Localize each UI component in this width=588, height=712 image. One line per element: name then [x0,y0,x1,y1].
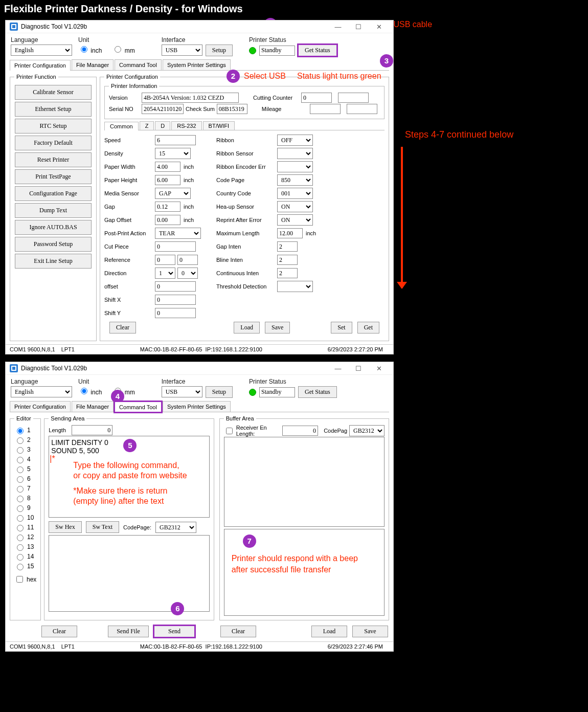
gapinten-input[interactable] [277,241,298,252]
rtc-setup-button[interactable]: RTC Setup [15,119,92,134]
diry-select[interactable]: 0 [177,268,198,279]
ribbonencoder-select[interactable] [277,161,313,172]
itab-rs232[interactable]: RS-232 [171,121,201,130]
tab-command-tool[interactable]: Command Tool [115,402,162,412]
hex-checkbox[interactable] [16,576,23,583]
codepage-select[interactable]: 850 [277,174,313,186]
mediasensor-select[interactable]: GAP [155,188,191,199]
refy-input[interactable] [177,255,198,265]
ribbonsensor-select[interactable] [277,148,313,159]
buffer-upper[interactable] [224,437,385,527]
itab-btwifi[interactable]: BT/WIFI [203,121,235,130]
editor-radio-3[interactable] [17,447,24,454]
set-button[interactable]: Set [331,322,352,333]
get-status-button[interactable]: Get Status [298,44,337,56]
threshold-select[interactable] [277,281,313,292]
clear-button[interactable]: Clear [41,626,77,637]
editor-radio-12[interactable] [17,535,24,541]
password-setup-button[interactable]: Password Setup [15,237,92,252]
language-select[interactable]: English [11,44,72,56]
save-button[interactable]: Save [352,626,388,637]
unit-inch-radio[interactable]: inch [78,44,102,54]
get-button[interactable]: Get [357,322,379,333]
paperheight-input[interactable] [155,175,180,185]
minimize-button[interactable]: — [328,23,348,31]
dirx-select[interactable]: 1 [155,268,175,279]
setup-button[interactable]: Setup [206,386,233,398]
tab-file-manager[interactable]: File Manager [72,401,114,412]
language-select[interactable]: English [11,386,72,397]
lower-textarea[interactable]: 6 [49,535,209,612]
setup-button[interactable]: Setup [206,44,233,56]
countrycode-select[interactable]: 001 [277,188,313,199]
cutpiece-input[interactable] [155,241,196,252]
ignore-autobas-button[interactable]: Ignore AUTO.BAS [15,220,92,235]
load-button[interactable]: Load [311,626,347,637]
get-status-button[interactable]: Get Status [298,386,337,398]
exit-line-setup-button[interactable]: Exit Line Setup [15,254,92,269]
itab-common[interactable]: Common [104,122,139,130]
editor-radio-1[interactable] [17,428,24,434]
close-button[interactable]: ✕ [369,365,389,372]
shiftx-input[interactable] [155,295,196,305]
editor-radio-13[interactable] [17,544,24,551]
reprintafter-select[interactable]: ON [277,214,313,226]
editor-radio-11[interactable] [17,525,24,531]
send-file-button[interactable]: Send File [108,626,149,637]
density-select[interactable]: 15 [155,148,191,159]
unit-mm-radio[interactable]: mm [112,44,134,54]
blineinten-input[interactable] [277,255,298,265]
interface-select[interactable]: USB [162,44,202,56]
tab-system-printer[interactable]: System Printer Settings [163,401,231,412]
save-button[interactable]: Save [265,322,290,333]
factory-default-button[interactable]: Factory Default [15,136,92,150]
speed-input[interactable] [155,135,196,145]
gap-input[interactable] [155,202,180,212]
editor-radio-4[interactable] [17,457,24,463]
maxlength-input[interactable] [277,228,303,238]
tab-printer-config[interactable]: Printer Configuration [10,60,71,71]
ethernet-setup-button[interactable]: Ethernet Setup [15,102,92,117]
itab-d[interactable]: D [155,121,170,130]
postprint-select[interactable]: TEAR [155,228,201,239]
editor-radio-10[interactable] [17,515,24,522]
editor-radio-9[interactable] [17,505,24,512]
tab-file-manager[interactable]: File Manager [72,59,114,70]
minimize-button[interactable]: — [328,365,348,372]
editor-radio-2[interactable] [17,437,24,444]
editor-radio-7[interactable] [17,486,24,493]
itab-z[interactable]: Z [140,121,154,130]
sw-hex-button[interactable]: Sw Hex [49,521,81,533]
tab-printer-config[interactable]: Printer Configuration [10,401,71,412]
unit-inch-radio[interactable]: inch [78,386,102,396]
refx-input[interactable] [155,255,175,265]
editor-radio-14[interactable] [17,554,24,561]
interface-select[interactable]: USB [162,386,202,397]
paperwidth-input[interactable] [155,162,180,172]
headup-select[interactable]: ON [277,201,313,212]
maximize-button[interactable]: ☐ [348,23,369,31]
dump-text-button[interactable]: Dump Text [15,203,92,218]
codepage-select[interactable]: GB2312 [155,522,196,533]
tab-system-printer[interactable]: System Printer Settings [163,59,231,70]
ribbon-select[interactable]: OFF [277,135,313,146]
clear-button[interactable]: Clear [109,322,136,333]
shifty-input[interactable] [155,308,196,318]
buffer-lower[interactable]: 7 Printer should respond with a beep aft… [224,529,385,616]
configuration-page-button[interactable]: Configuration Page [15,186,92,201]
buffer-clear-button[interactable]: Clear [220,626,256,637]
receiver-enable-checkbox[interactable] [226,428,233,434]
editor-radio-6[interactable] [17,476,24,483]
calibrate-sensor-button[interactable]: Calibrate Sensor [15,85,92,100]
contintensity-input[interactable] [277,268,298,278]
close-button[interactable]: ✕ [369,23,389,31]
editor-radio-8[interactable] [17,496,24,502]
tab-command-tool[interactable]: Command Tool [115,59,162,70]
codepag-select[interactable]: GB2312 [349,425,385,436]
offset-input[interactable] [155,281,196,292]
load-button[interactable]: Load [234,322,260,333]
editor-radio-15[interactable] [17,564,24,570]
gapoffset-input[interactable] [155,215,180,225]
reset-printer-button[interactable]: Reset Printer [15,152,92,167]
maximize-button[interactable]: ☐ [348,365,369,372]
